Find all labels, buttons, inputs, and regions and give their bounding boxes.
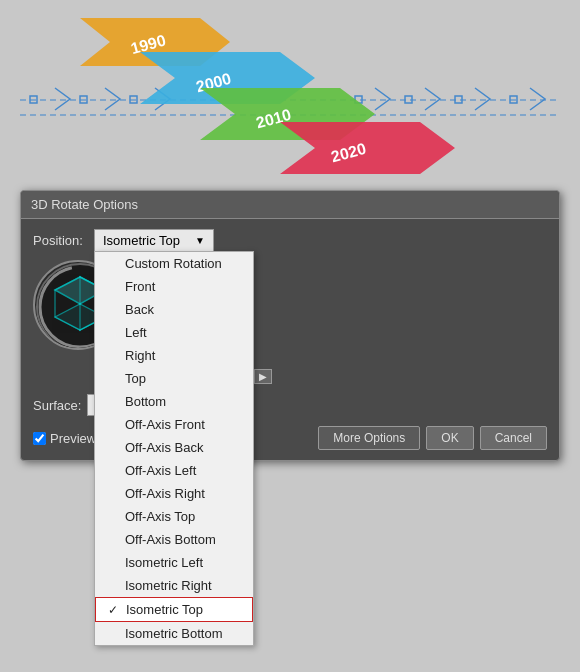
dropdown-item-label: Isometric Right — [125, 578, 212, 593]
chevron-down-icon: ▼ — [195, 235, 205, 246]
dropdown-item-custom-rotation[interactable]: Custom Rotation — [95, 252, 253, 275]
dropdown-item-offaxis-left[interactable]: Off-Axis Left — [95, 459, 253, 482]
dropdown-item-label: Left — [125, 325, 147, 340]
dropdown-item-back[interactable]: Back — [95, 298, 253, 321]
position-dropdown-menu: Custom Rotation Front Back Left — [94, 251, 254, 646]
dropdown-item-label: Isometric Left — [125, 555, 203, 570]
position-dropdown[interactable]: Isometric Top ▼ — [94, 229, 214, 252]
dropdown-item-label: Off-Axis Left — [125, 463, 196, 478]
checkmark-icon: ✓ — [108, 603, 122, 617]
preview-checkbox-row: Preview — [33, 431, 96, 446]
dropdown-item-offaxis-bottom[interactable]: Off-Axis Bottom — [95, 528, 253, 551]
dropdown-item-left[interactable]: Left — [95, 321, 253, 344]
position-label: Position: — [33, 233, 88, 248]
timeline-area: 1990 2000 2010 2020 — [0, 0, 580, 185]
button-group: More Options OK Cancel — [318, 426, 547, 450]
perspective-arrow-btn[interactable]: ▶ — [254, 369, 272, 384]
dropdown-item-label: Bottom — [125, 394, 166, 409]
dropdown-item-label: Isometric Top — [126, 602, 203, 617]
dropdown-item-label: Front — [125, 279, 155, 294]
ok-button[interactable]: OK — [426, 426, 473, 450]
dropdown-item-isometric-bottom[interactable]: Isometric Bottom — [95, 622, 253, 645]
dropdown-item-label: Off-Axis Bottom — [125, 532, 216, 547]
dropdown-item-offaxis-front[interactable]: Off-Axis Front — [95, 413, 253, 436]
svg-marker-15 — [280, 122, 455, 174]
dropdown-item-label: Custom Rotation — [125, 256, 222, 271]
dialog-3d-rotate: 3D Rotate Options Position: Isometric To… — [20, 190, 560, 461]
dropdown-item-label: Top — [125, 371, 146, 386]
dropdown-item-offaxis-right[interactable]: Off-Axis Right — [95, 482, 253, 505]
dropdown-item-label: Off-Axis Top — [125, 509, 195, 524]
dropdown-item-bottom[interactable]: Bottom — [95, 390, 253, 413]
dropdown-item-label: Back — [125, 302, 154, 317]
dropdown-item-offaxis-back[interactable]: Off-Axis Back — [95, 436, 253, 459]
dropdown-item-label: Off-Axis Right — [125, 486, 205, 501]
surface-label: Surface: — [33, 398, 81, 413]
dropdown-item-offaxis-top[interactable]: Off-Axis Top — [95, 505, 253, 528]
dropdown-item-right[interactable]: Right — [95, 344, 253, 367]
dropdown-item-isometric-left[interactable]: Isometric Left — [95, 551, 253, 574]
position-row: Position: Isometric Top ▼ Custom Rotatio… — [33, 229, 547, 252]
dropdown-item-front[interactable]: Front — [95, 275, 253, 298]
dialog-title: 3D Rotate Options — [21, 191, 559, 219]
dropdown-item-isometric-right[interactable]: Isometric Right — [95, 574, 253, 597]
dropdown-item-label: Right — [125, 348, 155, 363]
dropdown-item-isometric-top[interactable]: ✓ Isometric Top — [95, 597, 253, 622]
dropdown-item-label: Off-Axis Back — [125, 440, 204, 455]
more-options-button[interactable]: More Options — [318, 426, 420, 450]
dropdown-item-top[interactable]: Top — [95, 367, 253, 390]
dropdown-item-label: Off-Axis Front — [125, 417, 205, 432]
position-dropdown-wrapper: Isometric Top ▼ Custom Rotation Front — [94, 229, 214, 252]
dropdown-item-label: Isometric Bottom — [125, 626, 223, 641]
preview-label: Preview — [50, 431, 96, 446]
cancel-button[interactable]: Cancel — [480, 426, 547, 450]
timeline-svg: 1990 2000 2010 2020 — [0, 0, 580, 185]
position-dropdown-value: Isometric Top — [103, 233, 180, 248]
preview-checkbox[interactable] — [33, 432, 46, 445]
